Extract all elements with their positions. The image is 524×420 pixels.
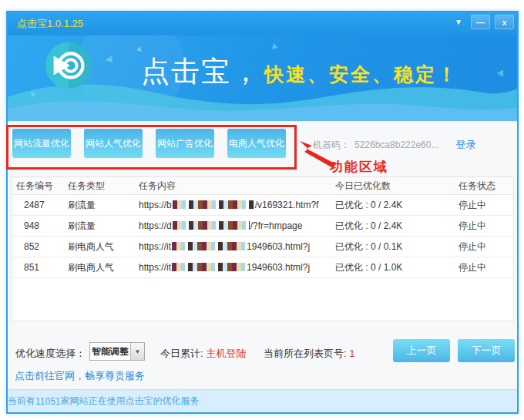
cell-task-url: https://d/?fr=hmpage [139,220,335,231]
task-table: 任务编号 任务类型 任务内容 今日已优化数 任务状态 2487 刷流量 http… [11,176,514,321]
speed-select-dropdown[interactable]: 智能调整 ▼ [89,342,145,361]
url-prefix: https://b [139,200,172,210]
feature-button-traffic[interactable]: 网站流量优化 [12,129,71,158]
feature-button-ecommerce[interactable]: 电商人气优化 [227,129,286,158]
col-header-task-id: 任务编号 [12,180,68,193]
cell-optimized-count: 已优化 : 0 / 2.4K [335,199,458,212]
table-header: 任务编号 任务类型 任务内容 今日已优化数 任务状态 [12,177,513,195]
cell-task-status: 停止中 [458,261,513,274]
speed-select-value: 智能调整 [90,345,130,358]
cell-task-status: 停止中 [458,199,513,212]
cell-optimized-count: 已优化 : 0 / 1.0K [335,261,458,274]
login-link[interactable]: 登录 [455,138,475,152]
cell-task-type: 刷电商人气 [68,261,139,274]
today-total-label: 今日累计: [160,348,203,359]
annotation-label: 功能区域 [330,158,388,176]
deco-triangle [137,46,143,52]
cell-task-type: 刷电商人气 [68,240,139,254]
cell-optimized-count: 已优化 : 0 / 0.1K [335,240,458,254]
cell-task-status: 停止中 [458,220,513,233]
col-header-task-status: 任务状态 [458,180,513,193]
feature-button-ads[interactable]: 网站广告优化 [156,129,214,158]
table-body: 2487 刷流量 https://b/v169321.htm?f 已优化 : 0… [12,195,513,278]
cell-task-id: 852 [12,241,68,252]
page-number-value: 1 [349,348,354,359]
url-prefix: https://d [139,220,172,231]
table-row[interactable]: 851 刷电商人气 https://it1949603.html?j 已优化 :… [12,257,513,278]
cell-task-url: https://it1949603.html?j [139,241,335,252]
col-header-task-type: 任务类型 [68,180,139,193]
brand-slogan: 快速、安全、稳定！ [264,62,458,87]
today-total-value: 主机登陆 [206,348,246,359]
status-suffix: 家网站正在使用点击宝的优化服务 [60,395,199,408]
machine-code-value: 5226bca8b222e60... [354,139,438,150]
title-bar: 点击宝1.0.1.25 ▼ — x [8,12,517,35]
chevron-down-icon: ▼ [130,343,144,360]
url-redaction-mosaic [173,221,250,230]
cell-task-type: 刷流量 [68,220,139,233]
cell-task-url: https://it1949603.html?j [139,262,335,273]
col-header-task-content: 任务内容 [139,180,335,193]
main-content: 网站流量优化 网站人气优化 网站广告优化 电商人气优化 机器码： 5226bca… [8,121,517,389]
url-redaction-mosaic [172,263,246,271]
status-prefix: 当前有 [8,395,35,408]
page-number-group: 当前所在列表页号: 1 [264,347,354,361]
url-suffix: 1949603.html?j [247,241,310,252]
url-suffix: 1949603.html?j [247,262,310,273]
app-logo-icon [45,42,92,89]
speed-select-label: 优化速度选择： [15,347,86,361]
window-controls: ▼ — x [451,15,514,29]
table-row[interactable]: 948 刷流量 https://d/?fr=hmpage 已优化 : 0 / 2… [12,216,513,237]
url-redaction-mosaic [172,242,246,250]
app-window: 点击宝1.0.1.25 ▼ — x 点击宝， 快速、安全、稳定！ [6,11,519,414]
menu-dropdown-icon[interactable]: ▼ [451,18,466,26]
cell-task-id: 851 [12,262,68,273]
official-site-link[interactable]: 点击前往官网，畅享尊贵服务 [15,369,145,383]
banner-text: 点击宝， 快速、安全、稳定！ [141,52,458,91]
status-count: 11051 [35,396,60,407]
today-total-group: 今日累计: 主机登陆 [160,347,246,361]
close-button[interactable]: x [495,15,514,29]
col-header-optimized-today: 今日已优化数 [335,180,458,193]
next-page-button[interactable]: 下一页 [458,339,515,362]
feature-button-popularity[interactable]: 网站人气优化 [84,129,143,158]
table-row[interactable]: 2487 刷流量 https://b/v169321.htm?f 已优化 : 0… [12,195,513,216]
app-title: 点击宝1.0.1.25 [17,17,83,31]
brand-name: 点击宝， [141,52,261,91]
prev-page-button[interactable]: 上一页 [393,339,450,362]
cell-task-id: 2487 [12,200,68,210]
cell-optimized-count: 已优化 : 0 / 2.4K [335,220,458,233]
url-suffix: /?fr=hmpage [250,220,303,231]
url-prefix: https://it [139,241,171,252]
minimize-button[interactable]: — [471,15,490,29]
url-prefix: https://it [139,262,171,273]
cell-task-url: https://b/v169321.htm?f [139,200,335,210]
page-number-label: 当前所在列表页号: [264,348,347,359]
cell-task-type: 刷流量 [68,199,139,212]
table-row[interactable]: 852 刷电商人气 https://it1949603.html?j 已优化 :… [12,237,513,257]
url-redaction-mosaic [173,200,254,209]
cell-task-id: 948 [12,220,68,231]
banner: 点击宝， 快速、安全、稳定！ [8,35,517,121]
cell-task-status: 停止中 [458,240,513,254]
status-bar: 当前有 11051 家网站正在使用点击宝的优化服务 [8,389,517,412]
url-suffix: /v169321.htm?f [255,200,319,210]
